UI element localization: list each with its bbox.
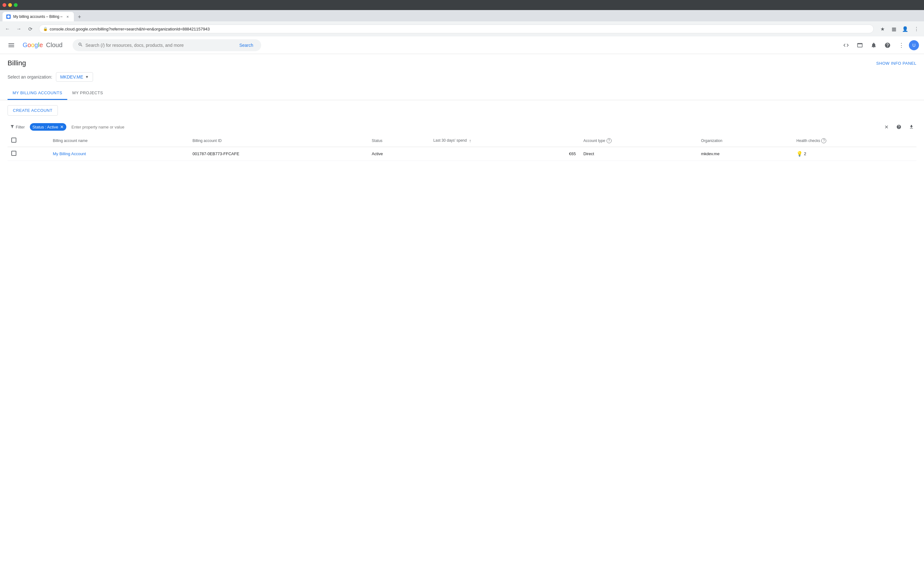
health-badge: 💡 2 xyxy=(796,151,806,157)
tab-projects[interactable]: MY PROJECTS xyxy=(67,87,108,100)
table-header-row: Billing account name Billing account ID … xyxy=(8,135,916,147)
billing-accounts-table: Billing account name Billing account ID … xyxy=(8,135,916,161)
clear-filter-button[interactable]: ✕ xyxy=(881,122,891,132)
organization-value: mkdev.me xyxy=(701,151,719,156)
profile-icon[interactable]: 👤 xyxy=(900,24,910,34)
app-header: Google Cloud Search ⋮ U xyxy=(0,36,924,54)
account-type-help-icon[interactable]: ? xyxy=(607,138,612,143)
code-icon[interactable] xyxy=(840,39,852,52)
org-label: Select an organization: xyxy=(8,75,52,80)
search-bar[interactable]: Search xyxy=(73,39,261,51)
org-name: MKDEV.ME xyxy=(60,75,83,80)
org-selector: Select an organization: MKDEV.ME ▼ xyxy=(0,70,924,87)
health-checks-help-icon[interactable]: ? xyxy=(821,138,826,143)
row-checkbox-cell xyxy=(8,147,49,161)
select-all-header xyxy=(8,135,49,147)
th-billing-account-name: Billing account name xyxy=(49,135,189,147)
filter-button[interactable]: Filter xyxy=(8,123,27,131)
refresh-button[interactable]: ⟳ xyxy=(25,24,35,34)
table-container: Billing account name Billing account ID … xyxy=(0,135,924,161)
status-value: Active xyxy=(372,151,383,156)
filter-chip-close-button[interactable]: ✕ xyxy=(60,124,64,130)
close-button[interactable] xyxy=(3,3,6,7)
filter-help-button[interactable] xyxy=(894,122,904,132)
dropdown-arrow-icon: ▼ xyxy=(85,75,89,79)
filter-actions: ✕ xyxy=(881,122,916,132)
health-checks-count: 2 xyxy=(804,151,806,156)
new-tab-button[interactable]: + xyxy=(75,13,84,21)
account-type-value: Direct xyxy=(583,151,594,156)
hamburger-menu-button[interactable] xyxy=(5,39,18,52)
minimize-button[interactable] xyxy=(8,3,12,7)
th-account-type: Account type ? xyxy=(579,135,697,147)
show-info-panel-link[interactable]: SHOW INFO PANEL xyxy=(876,61,916,66)
terminal-icon[interactable] xyxy=(854,39,866,52)
app: Google Cloud Search ⋮ U xyxy=(0,36,924,257)
org-dropdown[interactable]: MKDEV.ME ▼ xyxy=(56,72,93,82)
svg-rect-2 xyxy=(8,45,14,45)
billing-account-link[interactable]: My Billing Account xyxy=(53,151,86,156)
table-row: My Billing Account 001787-0EB773-FFCAFE … xyxy=(8,147,916,161)
spend-value: €65 xyxy=(569,151,576,156)
th-last-30-days-spend[interactable]: Last 30 days' spend ↑ xyxy=(429,135,579,147)
tab-title: My billing accounts – Billing – xyxy=(13,15,63,19)
row-checkbox[interactable] xyxy=(11,151,16,156)
nav-icons: ★ ▦ 👤 ⋮ xyxy=(877,24,921,34)
filter-icon xyxy=(10,124,15,130)
back-button[interactable]: ← xyxy=(3,24,13,34)
page-content: Billing SHOW INFO PANEL Select an organi… xyxy=(0,54,924,161)
billing-tabs: MY BILLING ACCOUNTS MY PROJECTS xyxy=(0,87,924,100)
help-icon[interactable] xyxy=(881,39,894,52)
page-header: Billing SHOW INFO PANEL xyxy=(0,54,924,70)
active-tab[interactable]: My billing accounts – Billing – ✕ xyxy=(3,12,74,21)
filter-bar: Filter Status : Active ✕ ✕ xyxy=(0,119,924,135)
nav-bar: ← → ⟳ 🔒 console.cloud.google.com/billing… xyxy=(0,21,924,36)
more-options-icon[interactable]: ⋮ xyxy=(895,39,908,52)
tab-bar: My billing accounts – Billing – ✕ + xyxy=(0,10,924,21)
health-lightbulb-icon: 💡 xyxy=(796,151,803,157)
settings-icon[interactable]: ⋮ xyxy=(911,24,921,34)
svg-rect-3 xyxy=(8,47,14,47)
title-bar xyxy=(0,0,924,10)
download-button[interactable] xyxy=(906,122,916,132)
spend-cell: €65 xyxy=(429,147,579,161)
page-title: Billing xyxy=(8,59,26,67)
svg-rect-1 xyxy=(8,43,14,44)
select-all-checkbox[interactable] xyxy=(11,138,16,143)
billing-account-name-cell: My Billing Account xyxy=(49,147,189,161)
filter-label: Filter xyxy=(16,125,25,130)
tab-favicon xyxy=(6,15,11,19)
filter-chip-text: Status : Active xyxy=(33,125,58,130)
sort-icon: ↑ xyxy=(469,138,472,143)
extensions-icon[interactable]: ▦ xyxy=(889,24,899,34)
create-account-button[interactable]: CREATE ACCOUNT xyxy=(8,105,58,115)
billing-account-id: 001787-0EB773-FFCAFE xyxy=(193,151,239,156)
tab-close-button[interactable]: ✕ xyxy=(65,14,70,19)
google-cloud-logo[interactable]: Google Cloud xyxy=(23,41,63,49)
search-input[interactable] xyxy=(86,43,234,48)
health-checks-cell: 💡 2 xyxy=(793,147,916,161)
browser-chrome: My billing accounts – Billing – ✕ + ← → … xyxy=(0,0,924,36)
lock-icon: 🔒 xyxy=(43,27,48,31)
search-icon xyxy=(78,42,83,48)
organization-cell: mkdev.me xyxy=(697,147,793,161)
tab-billing-accounts[interactable]: MY BILLING ACCOUNTS xyxy=(8,87,67,100)
status-cell: Active xyxy=(368,147,429,161)
search-button[interactable]: Search xyxy=(237,41,255,49)
maximize-button[interactable] xyxy=(14,3,18,7)
th-health-checks: Health checks ? xyxy=(793,135,916,147)
svg-point-0 xyxy=(7,15,10,18)
avatar[interactable]: U xyxy=(909,40,919,50)
filter-chip: Status : Active ✕ xyxy=(30,123,66,131)
th-billing-account-id: Billing account ID xyxy=(189,135,368,147)
bookmark-icon[interactable]: ★ xyxy=(877,24,888,34)
forward-button[interactable]: → xyxy=(14,24,24,34)
billing-account-id-cell: 001787-0EB773-FFCAFE xyxy=(189,147,368,161)
th-organization: Organization xyxy=(697,135,793,147)
th-status: Status xyxy=(368,135,429,147)
notifications-icon[interactable] xyxy=(867,39,880,52)
filter-input[interactable] xyxy=(69,123,879,131)
account-type-cell: Direct xyxy=(579,147,697,161)
url-text: console.cloud.google.com/billing?referre… xyxy=(50,27,870,31)
url-bar[interactable]: 🔒 console.cloud.google.com/billing?refer… xyxy=(39,24,874,33)
